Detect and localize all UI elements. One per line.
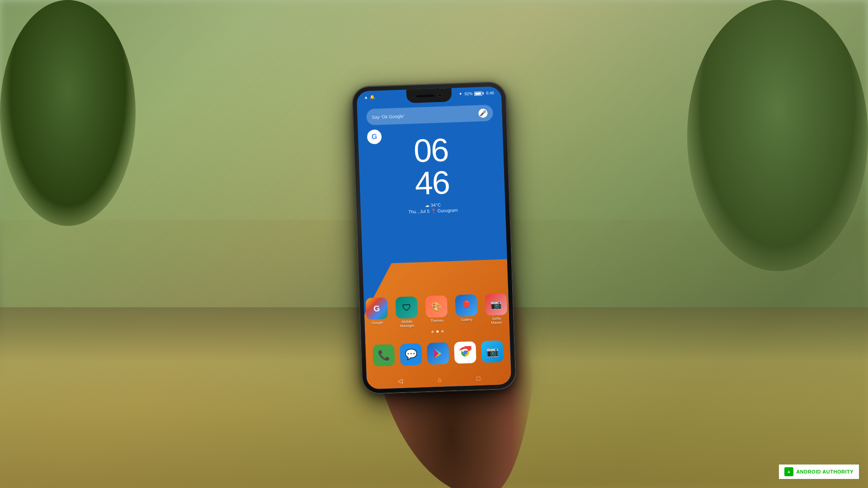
svg-text:A: A	[788, 470, 791, 474]
battery-icon	[474, 91, 482, 96]
weather-temp: 34°C	[430, 202, 441, 208]
page-dot-1[interactable]	[431, 331, 434, 333]
recents-button[interactable]: □	[476, 375, 480, 382]
notification-icon: 🔔	[370, 95, 375, 99]
status-time: 6:46	[486, 91, 494, 96]
watermark-text: ANDROID AUTHORITY	[796, 469, 854, 474]
speaker	[416, 94, 434, 97]
gallery-app-label: Gallery	[461, 318, 473, 322]
front-camera	[438, 94, 442, 97]
google-app-icon[interactable]: G	[366, 297, 388, 320]
gallery-app-icon[interactable]: 🎈	[455, 294, 477, 317]
watermark-logo: A	[784, 467, 793, 476]
battery-fill	[475, 92, 481, 94]
mobile-manager-label: MobileManager	[400, 319, 414, 328]
app-item-selfie[interactable]: 📷 SelfieMaster	[485, 293, 507, 325]
phone-screen: ▲ 🔔 ✦ 92% 6:46 Say 'Ok Google' 🎤 G	[357, 86, 512, 389]
clock-minute: 46	[359, 164, 505, 202]
search-placeholder: Say 'Ok Google'	[372, 113, 404, 119]
selfie-label: SelfieMaster	[491, 316, 502, 325]
app-item-mobile-manager[interactable]: 🛡 MobileManager	[396, 296, 418, 328]
phone-notch	[406, 88, 452, 103]
bluetooth-icon: ✦	[459, 92, 462, 96]
watermark-authority: AUTHORITY	[822, 469, 854, 474]
dock-chrome-icon[interactable]	[454, 341, 476, 364]
dock-playstore-icon[interactable]	[427, 342, 449, 365]
status-right-icons: ✦ 92% 6:46	[459, 91, 494, 97]
google-app-label: Google	[371, 320, 383, 325]
themes-app-icon[interactable]: 🎨	[425, 295, 448, 318]
watermark-brand: ANDROID	[796, 469, 822, 474]
mobile-manager-app-icon[interactable]: 🛡	[396, 296, 418, 319]
status-left-icons: ▲ 🔔	[364, 95, 375, 100]
selfie-app-icon[interactable]: 📷	[485, 293, 507, 316]
phone-wrapper: ▲ 🔔 ✦ 92% 6:46 Say 'Ok Google' 🎤 G	[352, 82, 516, 394]
app-row-1: G Google 🛡 MobileManager 🎨	[368, 293, 505, 329]
wifi-icon: ▲	[364, 95, 368, 99]
app-item-gallery[interactable]: 🎈 Gallery	[455, 294, 477, 326]
location-pin-icon: 📍	[431, 208, 438, 214]
location-text: Gurugram	[437, 208, 458, 214]
back-button[interactable]: ◁	[397, 377, 403, 385]
clock-hour: 06	[358, 131, 504, 169]
watermark: A ANDROID AUTHORITY	[779, 465, 859, 479]
app-item-google[interactable]: G Google	[366, 297, 388, 329]
page-dots	[369, 328, 505, 335]
phone-body: ▲ 🔔 ✦ 92% 6:46 Say 'Ok Google' 🎤 G	[352, 82, 516, 394]
app-item-themes[interactable]: 🎨 Themes	[425, 295, 448, 327]
mic-icon[interactable]: 🎤	[478, 108, 488, 118]
home-button[interactable]: ⌂	[438, 376, 442, 383]
date-text: Thu , Jul 5	[408, 209, 429, 215]
dock-phone-icon[interactable]: 📞	[373, 344, 395, 367]
dock-messages-icon[interactable]: 💬	[400, 343, 422, 366]
battery-percent: 92%	[464, 91, 472, 96]
weather-cloud-icon: ☁	[425, 203, 429, 208]
dock-camera-icon[interactable]: 📷	[481, 340, 504, 363]
themes-app-label: Themes	[430, 319, 443, 323]
page-dot-2[interactable]	[436, 330, 439, 333]
tree-right	[687, 0, 868, 271]
page-dot-3[interactable]	[441, 330, 443, 333]
clock-display: 06 46 ☁ 34°C Thu , Jul 5 📍 Gurugram	[358, 131, 505, 216]
app-grid: G Google 🛡 MobileManager 🎨	[364, 293, 510, 340]
tree-left	[0, 0, 136, 226]
